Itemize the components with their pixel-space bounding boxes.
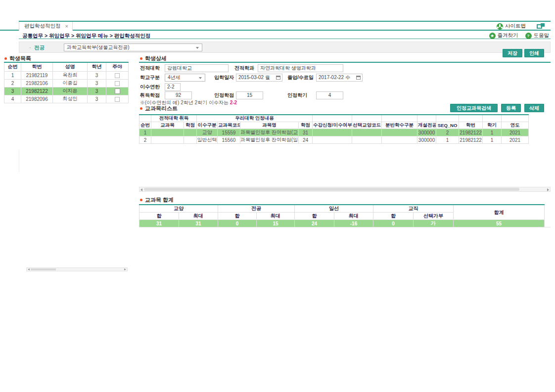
course-row[interactable]: 2 일반선택 15560 과목별인정후 잔여학점(일선) 24 300000 1… — [139, 136, 529, 144]
section-bullet-icon — [140, 57, 142, 60]
col-student-id: 학번 — [21, 62, 53, 71]
scroll-left-icon[interactable] — [140, 188, 142, 191]
app-window: 편입학성적인정 × 사이트맵 공통업무 > 위임업무 > 위임업무 메뉴 > 편… — [0, 0, 555, 392]
group-prev-univ: 전적대학 취득 — [151, 115, 197, 122]
totals-row: 31 31 0 15 24 -16 0 가 55 — [139, 220, 545, 227]
tab-strip: 편입학성적인정 × 사이트맵 — [0, 22, 551, 31]
student-row-selected[interactable]: 3 21982122 이지은 3 — [4, 87, 129, 95]
col-daynight: 주야 — [106, 62, 129, 71]
course-list-table: 전적대학 취득 우리대학 인정내용 순번 교과목 학점 이수구분 교과목코드 과… — [139, 114, 529, 144]
print-button[interactable]: 인쇄 — [524, 49, 544, 57]
col-no: 순번 — [4, 62, 21, 71]
tab-transfer-grade[interactable]: 편입학성적인정 × — [19, 22, 73, 31]
earned-credits-input[interactable]: 92 — [165, 91, 192, 99]
grand-total-value: 55 — [454, 220, 545, 227]
group-our-univ: 우리대학 인정내용 — [197, 115, 313, 122]
chevron-down-icon — [199, 77, 202, 79]
scrollbar-thumb[interactable] — [144, 188, 519, 191]
student-detail-form: 전적대학 강원대학교 전적학과 자연과학대학 생명과학과 학교구분 4년제 입학… — [139, 64, 551, 104]
earned-credits-label: 취득학점 — [140, 91, 160, 99]
section-bullet-icon — [4, 57, 7, 60]
student-detail-title: 학생상세 — [140, 55, 167, 62]
tab-title: 편입학성적인정 — [24, 23, 61, 30]
daynight-checkbox[interactable] — [115, 73, 120, 78]
course-list-hscrollbar[interactable] — [139, 187, 551, 192]
student-list-hscrollbar[interactable] — [26, 267, 128, 271]
major-filter-label: 전공 — [34, 44, 45, 51]
grad-date-label: 졸업/수료일 — [287, 74, 314, 82]
filter-dot: · — [29, 44, 31, 50]
prev-dept-input[interactable]: 자연과학대학 생명과학과 — [258, 64, 343, 72]
major-select[interactable]: 과학교육학부(생물교육전공) — [64, 44, 202, 51]
years-input[interactable]: 2-2 — [165, 83, 181, 91]
student-row[interactable]: 2 21982106 이종길 3 — [4, 79, 129, 87]
course-row-selected[interactable]: 1 교양 15559 과목별인정후 잔여학점(교양) 31 300000 2 2… — [139, 129, 529, 136]
student-row[interactable]: 1 21982119 옥찬희 3 — [4, 71, 129, 79]
recognized-credits-label: 인정학점 — [214, 91, 234, 99]
breadcrumb-bar: 공통업무 > 위임업무 > 위임업무 메뉴 > 편입학성적인정 ★ 즐겨찾기 ?… — [19, 32, 551, 39]
help-button[interactable]: ? 도움말 — [525, 32, 550, 39]
prev-dept-label: 전적학과 — [234, 64, 254, 72]
recognized-terms-label: 인정학기 — [287, 91, 307, 99]
favorites-button[interactable]: ★ 즐겨찾기 — [489, 32, 518, 39]
scroll-left-icon[interactable] — [28, 268, 30, 270]
recognized-credits-input[interactable]: 15 — [236, 91, 263, 99]
student-list-header: 순번 학번 성명 학년 주야 — [4, 62, 129, 71]
student-row[interactable]: 4 21982096 최성민 3 — [4, 95, 129, 103]
delete-button[interactable]: 삭제 — [524, 104, 544, 112]
col-year: 학년 — [88, 62, 106, 71]
scroll-right-icon[interactable] — [547, 188, 549, 191]
section-rule — [139, 62, 551, 63]
daynight-checkbox[interactable] — [115, 88, 120, 94]
course-totals-title: 교과목 합계 — [140, 196, 174, 204]
tab-close-icon[interactable]: × — [65, 24, 68, 29]
course-list-title: 교과목리스트 — [140, 105, 178, 112]
recognized-terms-input[interactable]: 4 — [316, 91, 343, 99]
daynight-checkbox[interactable] — [115, 97, 120, 102]
chevron-down-icon — [196, 47, 199, 49]
section-bullet-icon — [140, 199, 142, 201]
adm-date-label: 입학일자 — [214, 74, 234, 82]
totals-group-header: 교양 전공 일선 교직 합계 — [139, 205, 545, 213]
adm-date-input[interactable]: 2015-03-02 월 — [236, 74, 282, 82]
grad-date-input[interactable]: 2017-02-22 수 — [316, 74, 363, 82]
search-recognized-courses-button[interactable]: 인정교과목검색 — [450, 104, 498, 112]
save-button[interactable]: 저장 — [503, 49, 522, 57]
scroll-right-icon[interactable] — [124, 268, 126, 270]
sitemap-button[interactable]: 사이트맵 — [497, 23, 526, 30]
course-group-header: 전적대학 취득 우리대학 인정내용 — [139, 115, 529, 122]
windows-icon[interactable] — [537, 23, 545, 29]
question-icon: ? — [525, 33, 532, 39]
note-highlight: 2-2 — [230, 100, 237, 105]
star-icon: ★ — [489, 33, 496, 39]
totals-underline — [139, 227, 551, 227]
course-column-header: 순번 교과목 학점 이수구분 교과목코드 과목명 학점 수강신청/이수여부 선택… — [139, 122, 529, 129]
student-list-table: 순번 학번 성명 학년 주야 1 21982119 옥찬희 3 2 219821… — [4, 62, 129, 103]
divider — [19, 150, 19, 172]
section-bullet-icon — [140, 107, 142, 110]
breadcrumb: 공통업무 > 위임업무 > 위임업무 메뉴 > 편입학성적인정 — [22, 33, 150, 40]
school-type-label: 학교구분 — [140, 74, 160, 82]
prev-univ-input[interactable]: 강원대학교 — [165, 64, 229, 72]
student-list-title: 학생목록 — [4, 55, 31, 62]
prev-univ-label: 전적대학 — [140, 64, 160, 72]
filter-band: · 전공 과학교육학부(생물교육전공) — [19, 42, 551, 53]
years-label: 이수연한 — [140, 83, 160, 91]
scrollbar-thumb[interactable] — [31, 268, 56, 270]
col-name: 성명 — [53, 62, 88, 71]
school-type-select[interactable]: 4년제 — [165, 74, 205, 82]
daynight-checkbox[interactable] — [115, 81, 120, 86]
register-button[interactable]: 등록 — [501, 104, 521, 112]
calendar-icon[interactable] — [356, 76, 361, 80]
calendar-icon[interactable] — [276, 76, 280, 80]
total-header: 합계 — [454, 205, 545, 220]
course-totals-table: 교양 전공 일선 교직 합계 합 최대 합 최대 합 최대 합 선택가부 31 … — [139, 204, 545, 227]
sitemap-icon — [497, 23, 503, 30]
